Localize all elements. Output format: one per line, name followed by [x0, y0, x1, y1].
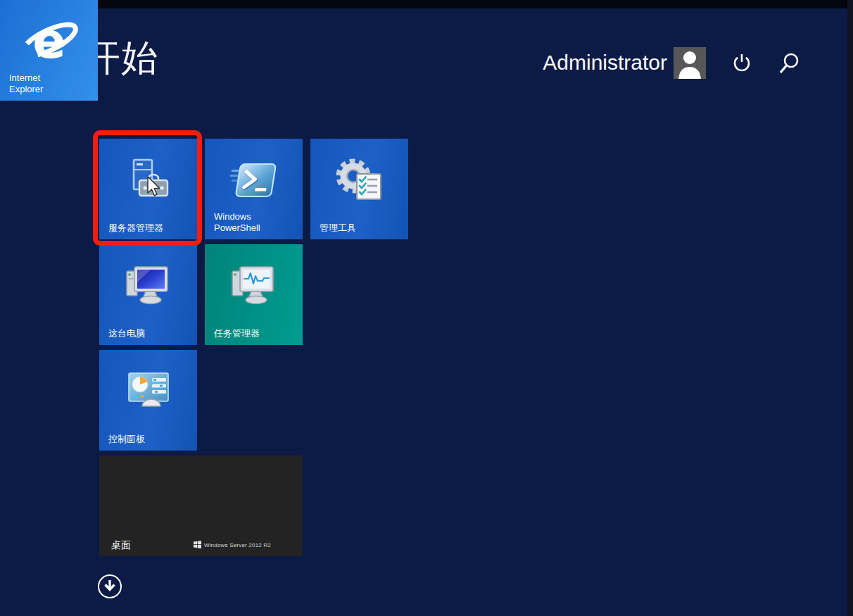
tile-powershell[interactable]: Windows PowerShell: [205, 139, 303, 239]
user-avatar[interactable]: [674, 47, 706, 79]
tile-label: 控制面板: [108, 434, 145, 445]
user-name[interactable]: Administrator: [543, 51, 667, 75]
tile-server-manager[interactable]: 服务器管理器: [99, 139, 197, 239]
tile-label: Internet Explorer: [9, 73, 43, 95]
admin-tools-icon: [336, 158, 384, 206]
internet-explorer-icon: e: [15, 8, 83, 79]
windows-logo-icon: [194, 539, 201, 551]
tile-admin-tools[interactable]: 管理工具: [310, 139, 408, 239]
server-manager-icon: [127, 158, 170, 203]
screen-top-edge: [0, 0, 853, 8]
desktop-watermark: Windows Server 2012 R2: [194, 539, 271, 551]
tile-desktop[interactable]: 桌面 Windows Server 2012 R2: [99, 455, 303, 556]
powershell-icon: [229, 158, 279, 205]
tile-task-manager[interactable]: 任务管理器: [205, 244, 303, 345]
down-arrow-circle-icon: [102, 577, 118, 596]
tile-label: 服务器管理器: [108, 222, 163, 234]
all-apps-button[interactable]: [98, 574, 122, 598]
tile-label: 任务管理器: [214, 328, 260, 339]
screen-right-edge: [847, 0, 853, 616]
svg-text:e: e: [32, 12, 65, 70]
power-button[interactable]: [731, 52, 752, 73]
control-panel-icon: [123, 370, 174, 416]
tile-label: Windows PowerShell: [214, 211, 260, 234]
tile-internet-explorer[interactable]: e Internet Explorer: [0, 0, 98, 101]
task-manager-icon: [228, 264, 280, 312]
tile-label: 管理工具: [320, 222, 356, 234]
tile-label: 桌面: [111, 539, 131, 551]
tile-control-panel[interactable]: 控制面板: [99, 350, 197, 451]
watermark-text: Windows Server 2012 R2: [204, 542, 271, 548]
search-icon: [777, 66, 801, 78]
tile-this-pc[interactable]: 这台电脑: [99, 244, 197, 345]
tile-label: 这台电脑: [108, 328, 145, 339]
user-silhouette-icon: [674, 69, 706, 79]
power-icon: [731, 63, 752, 75]
search-button[interactable]: [777, 52, 801, 76]
computer-icon: [122, 264, 175, 312]
